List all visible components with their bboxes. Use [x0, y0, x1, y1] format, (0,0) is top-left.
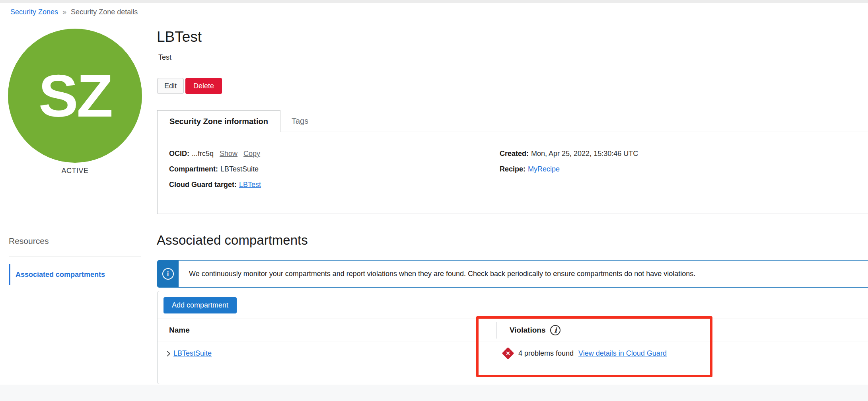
edit-button[interactable]: Edit [157, 78, 184, 94]
row-violations-cell: ✕ 4 problems found View details in Cloud… [502, 342, 667, 365]
info-icon: i [162, 268, 174, 280]
problems-found-text: 4 problems found [518, 349, 574, 358]
ocid-value: ...frc5q [192, 150, 214, 158]
info-column-left: OCID:...frc5q Show Copy Compartment:LBTe… [169, 150, 261, 196]
info-banner-icon-cell: i [157, 260, 179, 288]
diamond-x-glyph: ✕ [502, 347, 514, 360]
recipe-link[interactable]: MyRecipe [528, 165, 560, 173]
sidebar-divider [9, 257, 141, 257]
tab-security-zone-information[interactable]: Security Zone information [157, 110, 280, 132]
row-name-cell: LBTestSuite [173, 342, 212, 365]
info-banner-body: We continuously monitor your compartment… [179, 260, 868, 288]
violations-info-icon[interactable]: i [550, 325, 561, 335]
recipe-label: Recipe: [500, 165, 525, 173]
breadcrumb-separator: » [62, 8, 66, 16]
breadcrumb: Security Zones » Security Zone details [10, 8, 138, 16]
info-column-right: Created:Mon, Apr 25, 2022, 15:30:46 UTC … [500, 150, 638, 181]
info-banner: i We continuously monitor your compartme… [157, 260, 868, 288]
delete-button[interactable]: Delete [185, 78, 222, 94]
cloud-guard-target-row: Cloud Guard target:LBTest [169, 181, 261, 190]
column-header-violations: Violations i [510, 319, 561, 341]
security-zone-avatar: SZ [8, 29, 142, 163]
compartment-name-link[interactable]: LBTestSuite [173, 349, 212, 358]
ocid-row: OCID:...frc5q Show Copy [169, 150, 261, 159]
created-label: Created: [500, 150, 529, 158]
table-row: LBTestSuite ✕ 4 problems found View deta… [158, 342, 868, 365]
ocid-label: OCID: [169, 150, 189, 158]
column-header-name: Name [169, 319, 190, 341]
page-title: LBTest [157, 29, 202, 45]
cloud-guard-target-link[interactable]: LBTest [239, 181, 261, 189]
view-details-cloud-guard-link[interactable]: View details in Cloud Guard [578, 349, 667, 358]
cloud-guard-target-label: Cloud Guard target: [169, 181, 237, 189]
status-label: ACTIVE [8, 167, 142, 175]
created-row: Created:Mon, Apr 25, 2022, 15:30:46 UTC [500, 150, 638, 159]
created-value: Mon, Apr 25, 2022, 15:30:46 UTC [531, 150, 638, 158]
info-banner-text: We continuously monitor your compartment… [189, 270, 695, 278]
associated-compartments-table-card: Add compartment Name Violations i LBTest… [157, 291, 868, 384]
page-bottom-strip [0, 385, 868, 401]
ocid-show-link[interactable]: Show [220, 150, 237, 158]
recipe-row: Recipe:MyRecipe [500, 165, 638, 175]
table-header-row: Name Violations i [158, 319, 868, 341]
window-top-strip [0, 0, 868, 3]
row-expand-chevron-icon[interactable] [165, 351, 170, 356]
resources-heading: Resources [9, 236, 49, 246]
compartment-label: Compartment: [169, 165, 218, 173]
security-zone-information-panel: OCID:...frc5q Show Copy Compartment:LBTe… [157, 132, 868, 214]
sidebar-item-associated-compartments[interactable]: Associated compartments [9, 264, 144, 285]
tab-tags[interactable]: Tags [280, 110, 319, 132]
compartment-row: Compartment:LBTestSuite [169, 165, 261, 175]
add-compartment-button[interactable]: Add compartment [163, 297, 237, 313]
security-zone-details-page: Security Zones » Security Zone details S… [0, 0, 868, 401]
sidebar-item-label: Associated compartments [16, 271, 105, 279]
breadcrumb-current: Security Zone details [71, 8, 138, 16]
page-subtitle: Test [158, 53, 171, 62]
compartment-value: LBTestSuite [220, 165, 259, 173]
ocid-copy-link[interactable]: Copy [243, 150, 260, 158]
section-title-associated-compartments: Associated compartments [157, 233, 308, 248]
critical-problem-diamond-icon: ✕ [502, 347, 514, 360]
avatar-initials: SZ [39, 66, 112, 126]
breadcrumb-security-zones-link[interactable]: Security Zones [10, 8, 58, 16]
column-divider [496, 322, 497, 339]
violations-header-label: Violations [510, 326, 545, 335]
